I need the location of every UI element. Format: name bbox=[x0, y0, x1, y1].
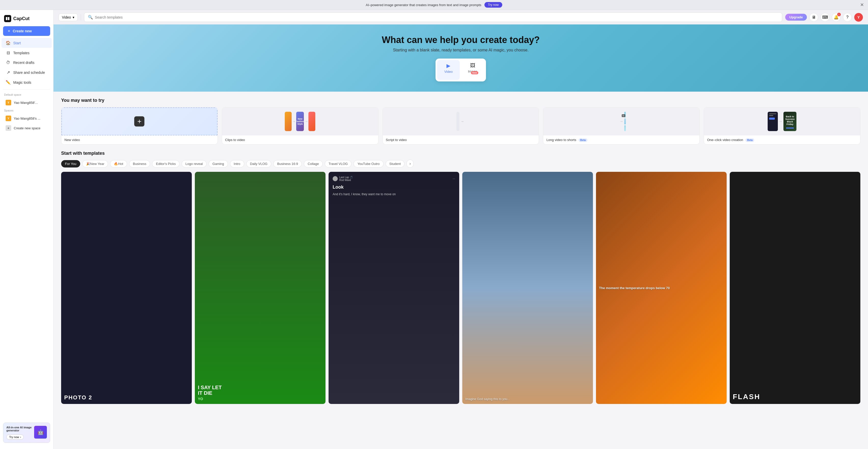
nav-start-label: Start bbox=[13, 41, 21, 45]
template-card-3[interactable]: Last Lap 🎵Rod Wave ··· Look And it's har… bbox=[329, 172, 459, 404]
image-tab-icon: 🖼 bbox=[470, 63, 475, 68]
clips-thumb: → New Fashion Style → bbox=[222, 107, 378, 135]
hero-tabs: ▶ Video 🖼 Image New bbox=[436, 59, 486, 82]
sidebar-item-magic-tools[interactable]: ✏️ Magic tools bbox=[2, 77, 52, 87]
filter-tab-for-you[interactable]: For You bbox=[61, 160, 80, 167]
try-section-title: You may want to try bbox=[61, 98, 860, 103]
template-3-subtitle: And it's hard, I know, they want me to m… bbox=[333, 192, 455, 196]
nav-share-label: Share and schedule bbox=[13, 70, 45, 74]
filter-tab-daily-vlog[interactable]: Daily VLOG bbox=[246, 160, 272, 167]
filter-tab-student[interactable]: Student bbox=[385, 160, 405, 167]
plus-icon: ＋ bbox=[7, 29, 11, 33]
filter-tab-collage[interactable]: Collage bbox=[304, 160, 323, 167]
banner-close-button[interactable]: ✕ bbox=[860, 2, 864, 8]
video-tab-label: Video bbox=[444, 70, 453, 73]
long-arrow-icon: → bbox=[620, 119, 623, 123]
sidebar-item-start[interactable]: 🏠 Start bbox=[2, 38, 52, 48]
template-card-5[interactable]: The moment the temperature drops below 7… bbox=[596, 172, 726, 404]
monitor-icon-button[interactable]: 🖥 bbox=[809, 13, 818, 22]
ai-promo-try-button[interactable]: Try now › bbox=[6, 435, 24, 440]
notification-badge: 1 bbox=[837, 13, 841, 16]
filter-tab-gaming[interactable]: Gaming bbox=[209, 160, 228, 167]
filter-tab-business-16-9[interactable]: Business 16:9 bbox=[273, 160, 302, 167]
filter-tab-editors-picks[interactable]: Editor's Picks bbox=[152, 160, 180, 167]
help-button[interactable]: ? bbox=[843, 13, 852, 22]
hero-tab-image[interactable]: 🖼 Image New bbox=[461, 60, 484, 80]
template-5-text: The moment the temperature drops below 7… bbox=[599, 286, 723, 290]
create-new-space-item[interactable]: + Create new space bbox=[2, 123, 52, 133]
hero-section: What can we help you create today? Start… bbox=[54, 25, 868, 92]
clips-to-video-card[interactable]: → New Fashion Style → Clips to video bbox=[222, 107, 378, 145]
hero-tab-video[interactable]: ▶ Video bbox=[437, 60, 460, 80]
templates-icon: ⊟ bbox=[6, 51, 11, 55]
template-card-6[interactable]: FLASH bbox=[730, 172, 860, 404]
nav-templates-label: Templates bbox=[13, 51, 30, 55]
sidebar-item-templates[interactable]: ⊟ Templates bbox=[2, 48, 52, 58]
hero-subtitle: Starting with a blank slate, ready templ… bbox=[59, 48, 863, 53]
space-item[interactable]: Y Yao Wang858's ... bbox=[2, 114, 52, 123]
create-space-label: Create new space bbox=[14, 126, 40, 130]
oneclick-arrow-icon: → bbox=[779, 119, 782, 123]
filter-tab-youtube-outro[interactable]: YouTube Outro bbox=[353, 160, 383, 167]
clips-label: Clips to video bbox=[222, 135, 378, 144]
template-card-4[interactable]: Imagine God saying this to you... bbox=[462, 172, 593, 404]
script-thumb: → bbox=[383, 107, 539, 135]
ai-promo-image: 🤖 bbox=[34, 426, 47, 439]
filter-tab-hot[interactable]: 🔥Hot bbox=[110, 160, 127, 167]
filter-more-button[interactable]: › bbox=[406, 160, 413, 168]
script-arrow-icon: → bbox=[461, 119, 464, 123]
one-click-card[interactable]: → Back to SuccessBlack Friday One–click … bbox=[704, 107, 860, 145]
banner-try-button[interactable]: Try now bbox=[485, 2, 502, 8]
filter-tab-new-year[interactable]: 🎉New Year bbox=[82, 160, 108, 167]
create-space-icon: + bbox=[6, 125, 11, 131]
upgrade-button[interactable]: Upgrade bbox=[785, 14, 807, 21]
create-new-button[interactable]: ＋ Create new bbox=[3, 26, 50, 36]
create-new-label: Create new bbox=[13, 29, 32, 33]
search-bar[interactable]: 🔍 bbox=[84, 12, 782, 22]
clips-arrow-icon: → bbox=[292, 119, 296, 123]
filter-tabs: For You 🎉New Year 🔥Hot Business Editor's… bbox=[61, 160, 860, 168]
sidebar-item-recent-drafts[interactable]: ⏱ Recent drafts bbox=[2, 58, 52, 67]
filter-tab-business[interactable]: Business bbox=[129, 160, 150, 167]
template-2-text: I SAY LETIT DIE bbox=[198, 385, 222, 396]
share-icon: ↗ bbox=[6, 70, 11, 75]
chevron-right-icon: › bbox=[20, 436, 21, 439]
default-space-item[interactable]: Y Yao Wang858'... bbox=[2, 98, 52, 107]
filter-tab-travel-vlog[interactable]: Travel VLOG bbox=[325, 160, 351, 167]
long-label: Long video to shorts Beta bbox=[543, 135, 700, 144]
filter-tab-logo-reveal[interactable]: Logo reveal bbox=[182, 160, 207, 167]
new-video-label: New video bbox=[61, 135, 218, 144]
keyboard-icon-button[interactable]: ⌨ bbox=[820, 13, 829, 22]
template-1-text: PHOTO 2 bbox=[64, 394, 92, 401]
chevron-down-icon: ▾ bbox=[72, 15, 74, 19]
video-tab-icon: ▶ bbox=[446, 63, 450, 69]
clock-icon: ⏱ bbox=[6, 60, 11, 65]
long-beta-badge: Beta bbox=[579, 138, 587, 142]
media-type-select[interactable]: Video ▾ bbox=[59, 13, 78, 21]
new-video-card[interactable]: + New video bbox=[61, 107, 218, 145]
header: Video ▾ 🔍 Upgrade 🖥 ⌨ 🔔 1 ? Y bbox=[54, 10, 868, 25]
filter-tab-intro[interactable]: Intro bbox=[230, 160, 244, 167]
header-actions: Upgrade 🖥 ⌨ 🔔 1 ? Y bbox=[785, 13, 863, 22]
template-grid: PHOTO 2 I SAY LETIT DIE YO bbox=[61, 172, 860, 404]
user-avatar[interactable]: Y bbox=[854, 13, 863, 22]
oneclick-thumb: → Back to SuccessBlack Friday bbox=[704, 107, 860, 135]
new-video-thumb: + bbox=[61, 107, 218, 135]
template-4-text: Imagine God saying this to you... bbox=[465, 397, 590, 401]
try-section: You may want to try + New video bbox=[54, 92, 868, 145]
ai-promo-title: All-in-one AI image generator bbox=[6, 426, 32, 432]
template-card-2[interactable]: I SAY LETIT DIE YO bbox=[195, 172, 326, 404]
logo-text: CapCut bbox=[13, 16, 30, 21]
banner-text: AI–powered image generator that creates … bbox=[366, 3, 482, 7]
template-card-1[interactable]: PHOTO 2 bbox=[61, 172, 192, 404]
hero-title: What can we help you create today? bbox=[59, 35, 863, 45]
script-to-video-card[interactable]: → Script to video bbox=[382, 107, 539, 145]
long-video-card[interactable]: 92s ▶ → 8s bbox=[543, 107, 700, 145]
ai-promo-try-label: Try now bbox=[9, 436, 19, 439]
nav-recent-label: Recent drafts bbox=[13, 61, 34, 65]
home-icon: 🏠 bbox=[6, 40, 11, 45]
sidebar-item-share-schedule[interactable]: ↗ Share and schedule bbox=[2, 67, 52, 77]
notification-button[interactable]: 🔔 1 bbox=[832, 13, 840, 22]
main-content: What can we help you create today? Start… bbox=[54, 25, 868, 449]
search-input[interactable] bbox=[95, 15, 779, 19]
